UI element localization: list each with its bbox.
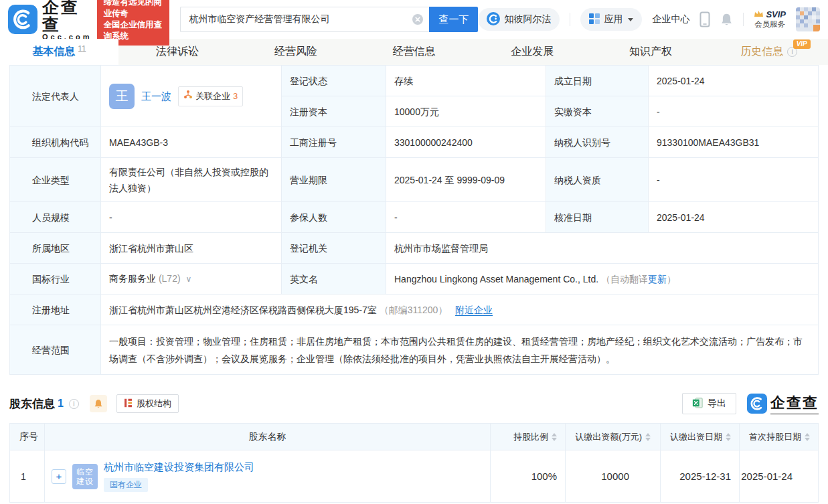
company-type-value: 有限责任公司（非自然人投资或控股的法人独资） bbox=[101, 158, 282, 202]
column-header-seq: 序号 bbox=[10, 424, 45, 450]
shareholders-section: 股东信息 1 i 股权结构 导出 bbox=[9, 392, 819, 503]
column-header-first-hold-date[interactable]: 首次持股日期 bbox=[740, 424, 819, 450]
search-bar: 查一下 bbox=[180, 7, 478, 32]
header-nav: 知彼阿尔法 应用 企业中心 SVIP 会员服务 bbox=[478, 7, 820, 31]
legal-rep-name-link[interactable]: 王一波 bbox=[141, 88, 171, 104]
clear-search-icon[interactable] bbox=[412, 14, 423, 25]
tab-operation-info[interactable]: 经营信息 bbox=[355, 39, 473, 65]
shareholder-row: 1 + 临空 建设 杭州市临空建设投资集团有限公司 国有企业 bbox=[10, 450, 819, 503]
region-label: 所属地区 bbox=[10, 233, 101, 264]
legal-rep-cell: 王 王一波 关联企业 3 bbox=[101, 66, 282, 127]
reg-capital-label: 注册资本 bbox=[282, 96, 386, 127]
column-label: 持股比例 bbox=[513, 432, 548, 442]
apps-menu-button[interactable]: 应用 bbox=[580, 8, 642, 31]
tab-basic-info[interactable]: 基本信息 11 bbox=[0, 39, 118, 65]
legal-rep-label: 法定代表人 bbox=[10, 66, 101, 127]
sort-icon bbox=[726, 433, 731, 441]
chevron-down-icon[interactable]: ∨ bbox=[185, 274, 191, 284]
related-companies-badge[interactable]: 关联企业 3 bbox=[178, 86, 243, 106]
reg-capital-value: 10000万元 bbox=[386, 96, 546, 127]
related-count: 3 bbox=[233, 88, 238, 104]
biz-term-label: 营业期限 bbox=[282, 158, 386, 202]
export-button[interactable]: 导出 bbox=[682, 393, 736, 414]
tab-label: 法律诉讼 bbox=[156, 45, 199, 59]
svip-label: SVIP bbox=[766, 9, 786, 19]
equity-structure-icon bbox=[124, 398, 133, 410]
tab-intellectual-property[interactable]: 知识产权 bbox=[592, 39, 710, 65]
biz-term-value: 2025-01-24 至 9999-09-09 bbox=[386, 158, 546, 202]
svip-member-link[interactable]: SVIP 会员服务 bbox=[754, 9, 786, 29]
row-ratio: 100% bbox=[491, 450, 566, 503]
info-icon: i bbox=[69, 399, 79, 409]
paid-capital-value: - bbox=[649, 96, 819, 127]
tab-history-info[interactable]: VIP 历史信息 i bbox=[710, 39, 828, 65]
auto-translate-text: （自动翻译 bbox=[601, 274, 648, 284]
column-label: 认缴出资额(万元) bbox=[575, 432, 642, 442]
column-header-amount[interactable]: 认缴出资额(万元) bbox=[566, 424, 661, 450]
tab-enterprise-development[interactable]: 企业发展 bbox=[473, 39, 592, 65]
column-header-subscribe-date[interactable]: 认缴出资日期 bbox=[661, 424, 740, 450]
tab-legal-litigation[interactable]: 法律诉讼 bbox=[118, 39, 237, 65]
reg-authority-label: 登记机关 bbox=[282, 233, 386, 264]
sort-icon bbox=[805, 433, 810, 441]
excel-icon bbox=[692, 398, 703, 410]
search-input[interactable] bbox=[180, 7, 429, 32]
address-value: 浙江省杭州市萧山区杭州空港经济区保税路西侧保税大厦195-7室 bbox=[109, 305, 377, 315]
brand-name: 企查查 bbox=[42, 0, 92, 33]
approval-date-value: 2025-01-24 bbox=[649, 202, 819, 233]
zhibi-alpha-icon bbox=[487, 12, 500, 27]
taxpayer-qual-value: - bbox=[649, 158, 819, 202]
svip-sub-label: 会员服务 bbox=[754, 19, 785, 29]
apps-label: 应用 bbox=[604, 13, 623, 25]
column-label: 首次持股日期 bbox=[749, 432, 801, 442]
legal-rep-avatar: 王 bbox=[109, 84, 135, 109]
table-row: 国标行业 商务服务业 (L72) ∨ 英文名 Hangzhou Lingkong… bbox=[10, 264, 819, 295]
enterprise-center-link[interactable]: 企业中心 bbox=[652, 13, 689, 25]
shareholder-name-link[interactable]: 杭州市临空建设投资集团有限公司 bbox=[104, 461, 254, 474]
table-header-row: 序号 股东名称 持股比例 认缴出资额(万元) 认缴出资日期 首次持股日期 bbox=[10, 424, 819, 450]
shareholders-header: 股东信息 1 i 股权结构 导出 bbox=[9, 392, 819, 415]
column-header-ratio[interactable]: 持股比例 bbox=[491, 424, 566, 450]
biz-reg-no-value: 330100000242400 bbox=[386, 127, 546, 158]
qcc-logo-icon bbox=[8, 5, 37, 34]
company-type-label: 企业类型 bbox=[10, 158, 101, 202]
tab-operation-risk[interactable]: 经营风险 bbox=[236, 39, 355, 65]
industry-code: (L72) bbox=[159, 273, 181, 284]
nearby-companies-link[interactable]: 附近企业 bbox=[455, 305, 493, 315]
export-label: 导出 bbox=[708, 398, 726, 410]
divider bbox=[570, 13, 570, 26]
column-label: 认缴出资日期 bbox=[670, 432, 722, 442]
state-owned-tag[interactable]: 国有企业 bbox=[104, 478, 148, 492]
tab-label: 历史信息 bbox=[740, 45, 783, 59]
shareholders-count: 1 bbox=[58, 398, 64, 410]
biz-reg-no-label: 工商注册号 bbox=[282, 127, 386, 158]
tab-label: 基本信息 bbox=[32, 45, 75, 59]
tab-label: 企业发展 bbox=[511, 45, 554, 59]
reg-status-label: 登记状态 bbox=[282, 66, 386, 96]
user-avatar[interactable] bbox=[796, 7, 820, 31]
qcc-watermark-text: 企查查 bbox=[770, 393, 819, 414]
search-button[interactable]: 查一下 bbox=[429, 7, 478, 32]
taxpayer-qual-label: 纳税人资质 bbox=[546, 158, 649, 202]
monitor-bell-button[interactable] bbox=[90, 395, 107, 412]
equity-structure-button[interactable]: 股权结构 bbox=[116, 394, 179, 413]
update-translation-link[interactable]: 更新 bbox=[648, 274, 667, 284]
address-zip: （邮编311200） bbox=[380, 305, 448, 315]
vip-badge: VIP bbox=[793, 39, 811, 49]
paid-capital-label: 实缴资本 bbox=[546, 96, 649, 127]
reg-authority-value: 杭州市市场监督管理局 bbox=[386, 233, 819, 264]
related-label: 关联企业 bbox=[195, 88, 230, 104]
row-amount: 10000 bbox=[566, 450, 661, 503]
biz-scope-label: 经营范围 bbox=[10, 325, 101, 375]
apps-grid-icon bbox=[589, 13, 600, 26]
notification-bell-icon[interactable] bbox=[720, 13, 733, 27]
zhibi-alpha-link[interactable]: 知彼阿尔法 bbox=[478, 8, 560, 31]
staff-size-value: - bbox=[101, 202, 282, 233]
industry-cell: 商务服务业 (L72) ∨ bbox=[101, 264, 282, 295]
insured-label: 参保人数 bbox=[282, 202, 386, 233]
expand-row-button[interactable]: + bbox=[52, 469, 66, 484]
mobile-app-icon[interactable] bbox=[699, 11, 710, 27]
table-row: 注册地址 浙江省杭州市萧山区杭州空港经济区保税路西侧保税大厦195-7室 （邮编… bbox=[10, 295, 819, 325]
main-content: 法定代表人 王 王一波 关联企业 3 登记状态 存续 成立日期 2025- bbox=[0, 65, 828, 503]
staff-size-label: 人员规模 bbox=[10, 202, 101, 233]
